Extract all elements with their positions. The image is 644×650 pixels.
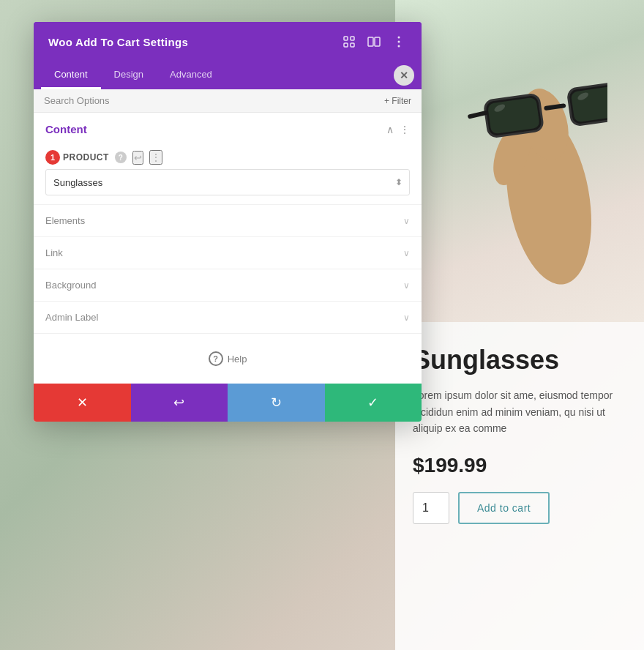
elements-header[interactable]: Elements ∨ [34,205,422,236]
reset-button[interactable]: ↩ [132,151,143,165]
panel-top-bar: Woo Add To Cart Settings [34,22,422,89]
link-chevron-icon: ∨ [403,248,410,258]
help-circle-icon: ? [209,351,223,366]
product-select-wrapper: Sunglasses T-Shirt Hat Shoes ⬍ [45,169,410,195]
product-preview: Sunglasses Lorem ipsum dolor sit ame, ei… [395,0,644,650]
field-badge: 1 [45,150,60,165]
content-more-button[interactable]: ⋮ [400,124,410,135]
content-section-title: Content [45,123,87,135]
admin-label-text: Admin Label [45,312,98,323]
product-field: 1 Product ? ↩ ⋮ Sunglasses T-Shirt Hat S… [34,146,422,204]
svg-rect-16 [368,37,373,46]
help-button[interactable]: ? Help [209,351,247,366]
collapse-button[interactable]: ∧ [386,124,394,135]
tab-advanced[interactable]: Advanced [157,61,225,89]
field-label-row: 1 Product ? ↩ ⋮ [45,150,410,165]
product-image-area [395,0,644,322]
content-section-header: Content ∧ ⋮ [34,113,422,146]
filter-label: + Filter [384,96,411,106]
elements-section: Elements ∨ [34,205,422,237]
background-header[interactable]: Background ∨ [34,269,422,301]
redo-icon: ↻ [271,395,282,411]
panel-scrollable[interactable]: Content ∧ ⋮ 1 Product ? ↩ ⋮ [34,113,422,384]
product-title-preview: Sunglasses [413,344,626,376]
quantity-input[interactable] [413,492,449,524]
filter-button[interactable]: + Filter [384,96,411,106]
product-select[interactable]: Sunglasses T-Shirt Hat Shoes [45,169,410,195]
field-more-button[interactable]: ⋮ [149,150,162,165]
elements-chevron-icon: ∨ [403,216,410,226]
background-section: Background ∨ [34,269,422,302]
admin-label-chevron-icon: ∨ [403,313,410,323]
tab-design[interactable]: Design [101,61,157,89]
product-description: Lorem ipsum dolor sit ame, eiusmod tempo… [413,387,626,436]
link-label: Link [45,247,63,258]
tabs-close-area: ✕ [394,65,414,86]
more-icon [397,36,400,48]
cancel-icon: ✕ [77,395,88,411]
svg-rect-14 [344,43,348,47]
settings-panel: Woo Add To Cart Settings [34,22,422,422]
admin-label-header[interactable]: Admin Label ∨ [34,302,422,333]
save-button[interactable]: ✓ [325,384,422,422]
content-section-actions: ∧ ⋮ [386,124,410,135]
background-chevron-icon: ∨ [403,280,410,291]
elements-label: Elements [45,215,85,226]
close-button[interactable]: ✕ [394,65,414,86]
settings-focus-button[interactable] [341,34,357,50]
focus-icon [342,35,356,48]
search-row: Search Options + Filter [34,89,422,113]
product-info-area: Sunglasses Lorem ipsum dolor sit ame, ei… [395,322,644,650]
svg-point-19 [398,41,400,43]
svg-rect-15 [351,43,354,47]
content-section: Content ∧ ⋮ 1 Product ? ↩ ⋮ [34,113,422,205]
more-options-button[interactable] [391,34,407,50]
panel-header: Woo Add To Cart Settings [34,22,422,61]
layout-button[interactable] [366,34,382,50]
header-actions [341,34,407,50]
panel-title: Woo Add To Cart Settings [48,36,188,48]
help-icon[interactable]: ? [115,152,127,163]
layout-icon [367,35,381,48]
field-number-row: 1 Product [45,150,109,165]
save-icon: ✓ [367,395,378,411]
help-row: ? Help [34,334,422,384]
background-label: Background [45,280,96,291]
link-section: Link ∨ [34,237,422,269]
bottom-action-bar: ✕ ↩ ↻ ✓ [34,384,422,422]
svg-rect-12 [344,37,348,40]
cart-row: Add to cart [413,492,626,524]
undo-button[interactable]: ↩ [131,384,228,422]
product-label: Product [63,152,109,162]
tab-content[interactable]: Content [41,61,101,89]
product-price: $199.99 [413,454,626,477]
svg-point-18 [398,37,400,39]
search-options-text: Search Options [44,95,384,106]
svg-rect-13 [351,37,354,40]
admin-label-section: Admin Label ∨ [34,302,422,334]
svg-point-20 [398,45,400,48]
svg-rect-17 [375,37,380,46]
tabs-row: Content Design Advanced ✕ [34,61,422,89]
add-to-cart-button[interactable]: Add to cart [458,492,550,524]
product-illustration [432,22,607,300]
redo-button[interactable]: ↻ [228,384,325,422]
undo-icon: ↩ [173,395,184,411]
help-label: Help [228,354,247,365]
cancel-button[interactable]: ✕ [34,384,131,422]
link-header[interactable]: Link ∨ [34,237,422,269]
